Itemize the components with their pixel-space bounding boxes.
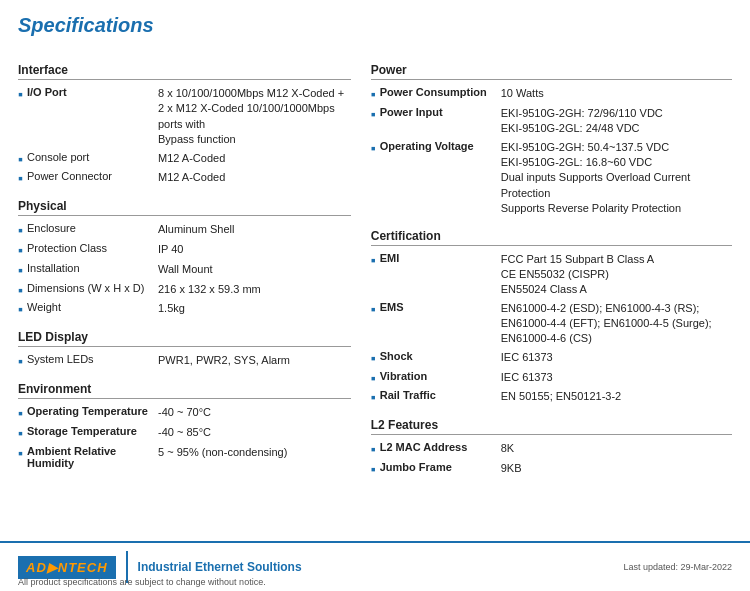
section-title-environment: Environment <box>18 382 351 399</box>
spec-row: ▪Console portM12 A-Coded <box>18 151 351 168</box>
spec-value: EKI-9510G-2GH: 72/96/110 VDCEKI-9510G-2G… <box>501 106 732 137</box>
spec-row: ▪Ambient Relative Humidity5 ~ 95% (non-c… <box>18 445 351 469</box>
section-title-certification: Certification <box>371 229 732 246</box>
spec-label: ▪Console port <box>18 151 158 168</box>
spec-value: IEC 61373 <box>501 350 732 365</box>
footer-disclaimer: All product specifications are subject t… <box>18 577 266 587</box>
right-column: Power▪Power Consumption10 Watts▪Power In… <box>371 51 732 481</box>
label-text: Console port <box>27 151 89 163</box>
label-text: Power Consumption <box>380 86 487 98</box>
label-text: L2 MAC Address <box>380 441 468 453</box>
spec-label: ▪Power Connector <box>18 170 158 187</box>
bullet-icon: ▪ <box>371 461 376 478</box>
footer: AD▶NTECH Industrial Ethernet Soultions L… <box>0 541 750 591</box>
label-text: Protection Class <box>27 242 107 254</box>
label-text: Operating Voltage <box>380 140 474 152</box>
spec-value: PWR1, PWR2, SYS, Alarm <box>158 353 351 368</box>
label-text: EMI <box>380 252 400 264</box>
label-text: Enclosure <box>27 222 76 234</box>
spec-row: ▪Power InputEKI-9510G-2GH: 72/96/110 VDC… <box>371 106 732 137</box>
spec-label: ▪I/O Port <box>18 86 158 103</box>
footer-tagline: Industrial Ethernet Soultions <box>138 560 302 574</box>
spec-value: IP 40 <box>158 242 351 257</box>
label-text: Vibration <box>380 370 427 382</box>
spec-label: ▪Vibration <box>371 370 501 387</box>
section-title-physical: Physical <box>18 199 351 216</box>
spec-row: ▪Power ConnectorM12 A-Coded <box>18 170 351 187</box>
label-text: Weight <box>27 301 61 313</box>
label-text: Shock <box>380 350 413 362</box>
label-text: I/O Port <box>27 86 67 98</box>
spec-row: ▪Weight1.5kg <box>18 301 351 318</box>
logo-arrow: ▶ <box>47 560 58 575</box>
spec-value: -40 ~ 70°C <box>158 405 351 420</box>
spec-value: M12 A-Coded <box>158 170 351 185</box>
bullet-icon: ▪ <box>371 389 376 406</box>
spec-row: ▪L2 MAC Address8K <box>371 441 732 458</box>
spec-row: ▪Power Consumption10 Watts <box>371 86 732 103</box>
bullet-icon: ▪ <box>18 262 23 279</box>
spec-label: ▪Storage Temperature <box>18 425 158 442</box>
bullet-icon: ▪ <box>18 425 23 442</box>
label-text: Power Connector <box>27 170 112 182</box>
section-title-interface: Interface <box>18 63 351 80</box>
bullet-icon: ▪ <box>371 441 376 458</box>
spec-value: 5 ~ 95% (non-condensing) <box>158 445 351 460</box>
spec-row: ▪EMSEN61000-4-2 (ESD); EN61000-4-3 (RS);… <box>371 301 732 347</box>
spec-row: ▪EnclosureAluminum Shell <box>18 222 351 239</box>
logo-ntech: NTECH <box>58 560 108 575</box>
spec-row: ▪EMIFCC Part 15 Subpart B Class ACE EN55… <box>371 252 732 298</box>
bullet-icon: ▪ <box>18 301 23 318</box>
spec-row: ▪Operating VoltageEKI-9510G-2GH: 50.4~13… <box>371 140 732 217</box>
spec-value: 9KB <box>501 461 732 476</box>
spec-value: 1.5kg <box>158 301 351 316</box>
footer-logo: AD▶NTECH <box>18 556 116 579</box>
spec-row: ▪Protection ClassIP 40 <box>18 242 351 259</box>
bullet-icon: ▪ <box>18 170 23 187</box>
spec-value: EN61000-4-2 (ESD); EN61000-4-3 (RS);EN61… <box>501 301 732 347</box>
label-text: Power Input <box>380 106 443 118</box>
spec-row: ▪I/O Port8 x 10/100/1000Mbps M12 X-Coded… <box>18 86 351 148</box>
spec-label: ▪Enclosure <box>18 222 158 239</box>
spec-value: EKI-9510G-2GH: 50.4~137.5 VDCEKI-9510G-2… <box>501 140 732 217</box>
spec-label: ▪Protection Class <box>18 242 158 259</box>
bullet-icon: ▪ <box>18 282 23 299</box>
bullet-icon: ▪ <box>371 350 376 367</box>
spec-label: ▪Power Input <box>371 106 501 123</box>
label-text: System LEDs <box>27 353 94 365</box>
bullet-icon: ▪ <box>371 252 376 269</box>
bullet-icon: ▪ <box>371 86 376 103</box>
label-text: Dimensions (W x H x D) <box>27 282 144 294</box>
spec-value: M12 A-Coded <box>158 151 351 166</box>
footer-date: Last updated: 29-Mar-2022 <box>623 562 732 572</box>
spec-value: 8K <box>501 441 732 456</box>
bullet-icon: ▪ <box>371 106 376 123</box>
spec-label: ▪Shock <box>371 350 501 367</box>
label-text: Operating Temperature <box>27 405 148 417</box>
page-title: Specifications <box>18 14 732 37</box>
bullet-icon: ▪ <box>18 242 23 259</box>
bullet-icon: ▪ <box>371 301 376 318</box>
label-text: Storage Temperature <box>27 425 137 437</box>
spec-label: ▪Weight <box>18 301 158 318</box>
section-title-led-display: LED Display <box>18 330 351 347</box>
spec-row: ▪Storage Temperature-40 ~ 85°C <box>18 425 351 442</box>
bullet-icon: ▪ <box>18 353 23 370</box>
bullet-icon: ▪ <box>18 222 23 239</box>
label-text: Installation <box>27 262 80 274</box>
label-text: Rail Traffic <box>380 389 436 401</box>
spec-label: ▪Rail Traffic <box>371 389 501 406</box>
spec-value: 216 x 132 x 59.3 mm <box>158 282 351 297</box>
spec-label: ▪Jumbo Frame <box>371 461 501 478</box>
spec-label: ▪EMI <box>371 252 501 269</box>
logo-ad: AD <box>26 560 47 575</box>
spec-label: ▪Operating Voltage <box>371 140 501 157</box>
left-column: Interface▪I/O Port8 x 10/100/1000Mbps M1… <box>18 51 371 481</box>
spec-row: ▪Jumbo Frame9KB <box>371 461 732 478</box>
spec-value: EN 50155; EN50121-3-2 <box>501 389 732 404</box>
spec-row: ▪Operating Temperature-40 ~ 70°C <box>18 405 351 422</box>
spec-value: IEC 61373 <box>501 370 732 385</box>
spec-label: ▪Operating Temperature <box>18 405 158 422</box>
label-text: EMS <box>380 301 404 313</box>
spec-value: FCC Part 15 Subpart B Class ACE EN55032 … <box>501 252 732 298</box>
